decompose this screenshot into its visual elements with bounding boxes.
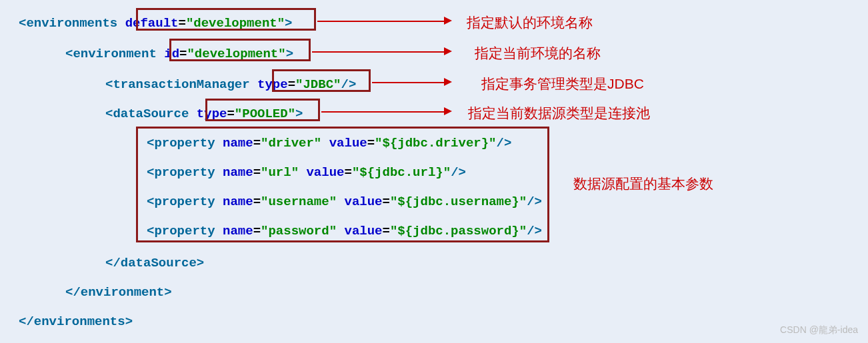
arrow-4 xyxy=(321,111,452,112)
arrow-2 xyxy=(312,51,452,52)
code-line-4: <dataSource type="POOLED"> xyxy=(105,107,303,121)
annotation-4: 指定当前数据源类型是连接池 xyxy=(468,104,650,123)
code-line-1: <environments default="development"> xyxy=(19,16,293,31)
annotation-5: 数据源配置的基本参数 xyxy=(573,174,713,193)
watermark: CSDN @龍弟-idea xyxy=(780,324,858,336)
code-line-2: <environment id="development"> xyxy=(65,47,293,61)
annotation-2: 指定当前环境的名称 xyxy=(475,44,601,63)
code-line-3: <transactionManager type="JDBC"/> xyxy=(105,77,356,92)
property-line-4: <property name="password" value="${jdbc.… xyxy=(147,224,542,238)
arrow-1 xyxy=(317,20,452,21)
arrow-3 xyxy=(372,81,452,83)
close-environments: </environments> xyxy=(19,314,133,329)
annotation-3: 指定事务管理类型是JDBC xyxy=(481,75,644,93)
property-line-2: <property name="url" value="${jdbc.url}"… xyxy=(147,165,466,180)
property-line-3: <property name="username" value="${jdbc.… xyxy=(147,194,542,209)
close-environment: </environment> xyxy=(65,285,172,300)
property-line-1: <property name="driver" value="${jdbc.dr… xyxy=(147,136,511,151)
close-datasource: </dataSource> xyxy=(105,256,204,270)
annotation-1: 指定默认的环境名称 xyxy=(467,13,593,32)
